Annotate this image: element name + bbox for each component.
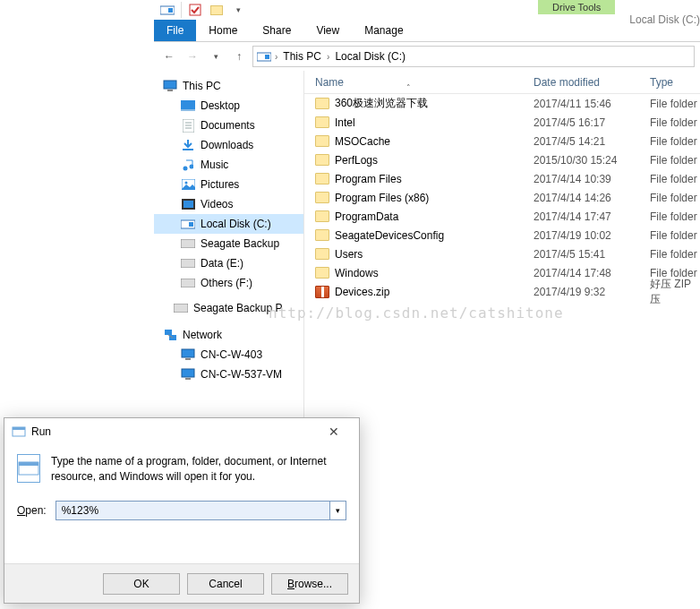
file-row[interactable]: 360极速浏览器下载2017/4/11 15:46File folder [304,94,700,113]
tree-downloads[interactable]: Downloads [154,135,303,155]
svg-rect-19 [184,201,193,208]
breadcrumb-current[interactable]: Local Disk (C:) [333,50,407,63]
pc-icon [163,79,177,93]
svg-rect-25 [174,304,188,313]
close-icon[interactable]: ✕ [316,425,352,439]
ribbon-tabs: File Home Share View Manage [154,20,538,41]
file-row[interactable]: PerfLogs2015/10/30 15:24File folder [304,150,700,169]
explorer-window: ▾ File Home Share View Manage Drive Tool… [154,0,700,456]
file-row[interactable]: Devices.zip2017/4/19 9:32好压 ZIP 压 [304,282,700,301]
column-header-date[interactable]: Date modified [534,76,650,89]
file-date: 2015/10/30 15:24 [534,154,650,167]
tree-label: CN-C-W-403 [201,348,262,361]
svg-rect-4 [265,55,269,59]
tab-file[interactable]: File [154,20,196,41]
tree-network[interactable]: Network [154,325,303,345]
drive-icon [257,51,271,62]
downloads-icon [181,138,195,152]
file-date: 2017/4/14 10:39 [534,173,650,185]
chevron-down-icon[interactable]: ▾ [329,502,346,519]
navigation-pane[interactable]: This PC Desktop Documents Downloads Musi… [154,71,304,456]
file-row[interactable]: ProgramData2017/4/14 17:47File folder [304,207,700,226]
tree-network-pc-2[interactable]: CN-C-W-537-VM [154,365,303,384]
file-row[interactable]: Windows2017/4/14 17:48File folder [304,263,700,282]
documents-icon [181,118,195,133]
drive-icon [181,236,195,251]
contextual-tab-group-label: Drive Tools [538,0,615,14]
file-type: File folder [650,98,700,110]
tree-this-pc[interactable]: This PC [154,76,303,96]
tree-seagate-backup[interactable]: Seagate Backup [154,234,303,253]
svg-rect-6 [167,90,173,91]
file-date: 2017/4/14 17:48 [534,267,650,279]
chevron-right-icon[interactable]: › [327,52,329,62]
address-bar[interactable]: › This PC › Local Disk (C:) [252,46,695,67]
qat-properties-icon[interactable] [185,1,205,19]
folder-icon [315,248,329,260]
cancel-button[interactable]: Cancel [187,573,264,595]
svg-rect-2 [190,4,201,15]
column-header-label: Name [315,76,344,89]
tree-documents[interactable]: Documents [154,116,303,135]
tree-label: CN-C-W-537-VM [201,368,282,381]
nav-forward-icon[interactable]: → [183,47,202,66]
browse-button[interactable]: Browse... [271,573,348,595]
file-type: File folder [650,154,700,167]
drive-icon [181,276,195,290]
nav-back-icon[interactable]: ← [159,47,179,66]
tab-share[interactable]: Share [250,20,303,41]
run-app-icon [12,425,26,438]
breadcrumb-this-pc[interactable]: This PC [281,50,323,63]
tree-label: Others (F:) [201,277,252,289]
tree-music[interactable]: Music [154,155,303,175]
file-type: File folder [650,135,700,148]
run-title-text: Run [31,425,51,438]
file-row[interactable]: Program Files2017/4/14 10:39File folder [304,169,700,188]
tree-network-pc-1[interactable]: CN-C-W-403 [154,345,303,365]
run-description: Type the name of a program, folder, docu… [51,454,346,485]
file-list[interactable]: Name ˄ Date modified Type 360极速浏览器下载2017… [304,71,700,456]
window-title-location: Local Disk (C:) [615,10,700,26]
tree-desktop[interactable]: Desktop [154,96,303,116]
tree-videos[interactable]: Videos [154,194,303,214]
svg-rect-8 [181,109,195,111]
svg-rect-36 [19,462,38,466]
tab-home[interactable]: Home [196,20,250,41]
tree-label: Desktop [201,99,240,112]
run-open-label: Open: [17,504,47,517]
explorer-body: This PC Desktop Documents Downloads Musi… [154,71,700,456]
column-header-name[interactable]: Name ˄ [304,76,534,89]
tree-label: Downloads [201,139,253,151]
file-row[interactable]: Users2017/4/5 15:41File folder [304,244,700,263]
file-row[interactable]: Program Files (x86)2017/4/14 14:26File f… [304,188,700,207]
file-row[interactable]: MSOCache2017/4/5 14:21File folder [304,132,700,150]
tree-data-e[interactable]: Data (E:) [154,253,303,273]
svg-rect-31 [182,369,194,377]
run-open-combobox[interactable]: ▾ [55,501,346,520]
qat-customize-icon[interactable]: ▾ [228,1,248,19]
tab-view[interactable]: View [303,20,352,41]
run-titlebar[interactable]: Run ✕ [4,418,359,445]
file-type: File folder [650,116,700,129]
file-row[interactable]: SeagateDevicesConfig2017/4/19 10:02File … [304,226,700,244]
file-date: 2017/4/11 15:46 [534,98,650,110]
file-type: File folder [650,210,700,223]
tree-others-f[interactable]: Others (F:) [154,273,303,293]
ok-button[interactable]: OK [103,573,180,595]
column-header-type[interactable]: Type [650,76,700,89]
tree-pictures[interactable]: Pictures [154,175,303,194]
chevron-right-icon[interactable]: › [275,52,277,62]
tab-manage[interactable]: Manage [352,20,415,41]
svg-rect-30 [185,358,191,360]
file-name: ProgramData [335,210,398,223]
nav-up-icon[interactable]: ↑ [229,47,249,66]
file-name: PerfLogs [335,154,378,167]
network-icon [163,328,177,342]
nav-recent-icon[interactable]: ▾ [206,47,226,66]
run-button-row: OK Cancel Browse... [4,563,359,603]
run-open-input[interactable] [56,502,329,519]
file-name: Program Files [335,173,402,185]
qat-newfolder-icon[interactable] [207,1,226,19]
file-row[interactable]: Intel2017/4/5 16:17File folder [304,113,700,132]
tree-local-disk-c[interactable]: Local Disk (C:) [154,214,303,234]
